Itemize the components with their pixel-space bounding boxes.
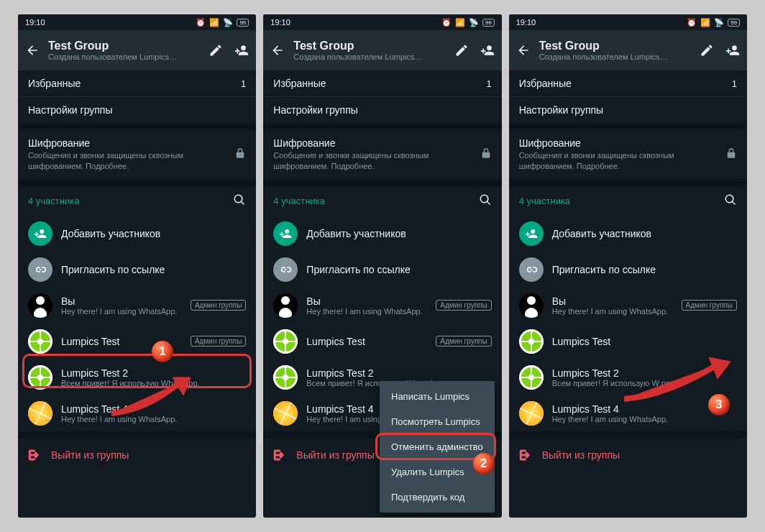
step-marker-2: 2 xyxy=(473,453,495,474)
search-icon[interactable] xyxy=(233,193,246,208)
invite-link-row[interactable]: Пригласить по ссылке xyxy=(509,252,747,288)
row-group-settings[interactable]: Настройки группы xyxy=(263,97,501,123)
add-person-icon[interactable] xyxy=(480,43,495,58)
battery-icon: 99 xyxy=(482,19,495,27)
group-subtitle: Создана пользователем Lumpics… xyxy=(48,52,200,61)
participant-status: Hey there! I am using WhatsApp. xyxy=(552,415,737,423)
participant-status: Hey there! I am using WhatsApp. xyxy=(61,415,246,423)
leave-group-label: Выйти из группы xyxy=(51,449,129,461)
back-icon[interactable] xyxy=(516,43,531,58)
invite-link-row[interactable]: Пригласить по ссылке xyxy=(263,252,501,288)
exit-icon xyxy=(273,449,286,462)
add-participant-row[interactable]: Добавить участников xyxy=(263,216,501,252)
statusbar: 19:10 ⏰ 📶 📡 99 xyxy=(509,14,747,30)
participants-count: 4 участника xyxy=(519,196,570,206)
participant-you[interactable]: Вы Hey there! I am using WhatsApp. Админ… xyxy=(509,288,747,324)
avatar xyxy=(28,293,52,318)
group-title: Test Group xyxy=(539,40,691,52)
invite-link-label: Пригласить по ссылке xyxy=(61,264,246,275)
status-icons: ⏰ 📶 📡 99 xyxy=(441,18,495,27)
signal-icon: 📶 xyxy=(700,18,710,27)
leave-group[interactable]: Выйти из группы xyxy=(18,439,256,472)
add-participant-label: Добавить участников xyxy=(306,228,491,239)
step-marker-3: 3 xyxy=(708,394,730,416)
you-status: Hey there! I am using WhatsApp. xyxy=(306,307,427,316)
status-time: 19:10 xyxy=(25,18,45,27)
participant-name: Lumpics Test 2 xyxy=(552,367,737,379)
row-favorites[interactable]: Избранные 1 xyxy=(18,70,256,96)
search-icon[interactable] xyxy=(724,193,737,208)
statusbar: 19:10 ⏰ 📶 📡 99 xyxy=(263,14,501,30)
back-icon[interactable] xyxy=(25,43,40,58)
participants-header: 4 участника xyxy=(18,186,256,216)
lock-icon xyxy=(480,147,492,161)
favorites-label: Избранные xyxy=(273,78,476,89)
group-title: Test Group xyxy=(48,40,200,52)
participant-lumpics-test-2[interactable]: Lumpics Test 2 Всем привет! Я использую … xyxy=(18,359,256,395)
encryption-body: Сообщения и звонки защищены сквозным шиф… xyxy=(28,150,224,172)
participant-lumpics-test[interactable]: Lumpics Test Админ группы xyxy=(263,324,501,359)
you-label: Вы xyxy=(306,295,427,307)
participant-name: Lumpics Test 2 xyxy=(306,367,491,379)
group-settings-label: Настройки группы xyxy=(273,104,491,116)
battery-icon: 99 xyxy=(728,19,740,27)
admin-badge: Админ группы xyxy=(436,300,491,311)
participant-lumpics-test-2[interactable]: Lumpics Test 2 Всем привет! Я использую … xyxy=(509,359,747,395)
link-icon xyxy=(519,257,544,282)
search-icon[interactable] xyxy=(479,193,492,208)
alarm-icon: ⏰ xyxy=(687,18,697,27)
lock-icon xyxy=(234,147,246,161)
participant-lumpics-test[interactable]: Lumpics Test xyxy=(509,324,747,359)
add-participant-label: Добавить участников xyxy=(61,228,246,239)
encryption-title: Шифрование xyxy=(28,137,224,149)
app-header: Test Group Создана пользователем Lumpics… xyxy=(263,30,501,70)
group-settings-label: Настройки группы xyxy=(28,104,246,116)
row-group-settings[interactable]: Настройки группы xyxy=(18,97,256,123)
encryption-title: Шифрование xyxy=(273,137,469,149)
back-icon[interactable] xyxy=(270,43,285,58)
participant-lumpics-test-4[interactable]: Lumpics Test 4 Hey there! I am using Wha… xyxy=(18,395,256,431)
add-participant-row[interactable]: Добавить участников xyxy=(509,216,747,252)
exit-icon xyxy=(28,449,41,462)
status-icons: ⏰ 📶 📡 99 xyxy=(687,18,740,27)
avatar xyxy=(519,401,544,426)
add-participant-row[interactable]: Добавить участников xyxy=(18,216,256,252)
leave-group-label: Выйти из группы xyxy=(542,449,620,461)
app-header: Test Group Создана пользователем Lumpics… xyxy=(509,30,747,70)
status-time: 19:10 xyxy=(270,18,290,27)
row-favorites[interactable]: Избранные 1 xyxy=(509,70,747,96)
wifi-icon: 📡 xyxy=(223,18,233,27)
participant-you[interactable]: Вы Hey there! I am using WhatsApp. Админ… xyxy=(18,288,256,324)
menu-view[interactable]: Посмотреть Lumpics xyxy=(380,409,495,434)
edit-icon[interactable] xyxy=(454,43,469,58)
add-person-avatar-icon xyxy=(28,221,52,246)
menu-write[interactable]: Написать Lumpics xyxy=(380,384,495,409)
favorites-count: 1 xyxy=(241,78,246,89)
participant-name: Lumpics Test xyxy=(552,336,737,347)
you-status: Hey there! I am using WhatsApp. xyxy=(61,307,182,316)
row-encryption[interactable]: Шифрование Сообщения и звонки защищены с… xyxy=(263,130,501,179)
group-subtitle: Создана пользователем Lumpics… xyxy=(539,52,691,61)
add-person-icon[interactable] xyxy=(234,43,249,58)
battery-icon: 99 xyxy=(237,19,249,27)
invite-link-row[interactable]: Пригласить по ссылке xyxy=(18,252,256,288)
participant-lumpics-test[interactable]: Lumpics Test Админ группы xyxy=(18,324,256,359)
add-person-avatar-icon xyxy=(273,221,298,246)
participant-context-menu: Написать Lumpics Посмотреть Lumpics Отме… xyxy=(380,381,495,513)
encryption-title: Шифрование xyxy=(519,137,715,149)
participant-you[interactable]: Вы Hey there! I am using WhatsApp. Админ… xyxy=(263,288,501,324)
add-person-icon[interactable] xyxy=(725,43,740,58)
alarm-icon: ⏰ xyxy=(441,18,452,27)
edit-icon[interactable] xyxy=(209,43,223,58)
row-favorites[interactable]: Избранные 1 xyxy=(263,70,501,96)
menu-verify[interactable]: Подтвердить код xyxy=(380,485,495,510)
exit-icon xyxy=(519,449,532,462)
step-marker-1: 1 xyxy=(152,341,173,362)
row-group-settings[interactable]: Настройки группы xyxy=(509,97,747,123)
avatar xyxy=(273,293,298,318)
screen-2: 19:10 ⏰ 📶 📡 99 Test Group Создана пользо… xyxy=(263,14,501,518)
edit-icon[interactable] xyxy=(700,43,714,58)
row-encryption[interactable]: Шифрование Сообщения и звонки защищены с… xyxy=(18,130,256,179)
row-encryption[interactable]: Шифрование Сообщения и звонки защищены с… xyxy=(509,130,747,179)
leave-group[interactable]: Выйти из группы xyxy=(509,439,747,472)
